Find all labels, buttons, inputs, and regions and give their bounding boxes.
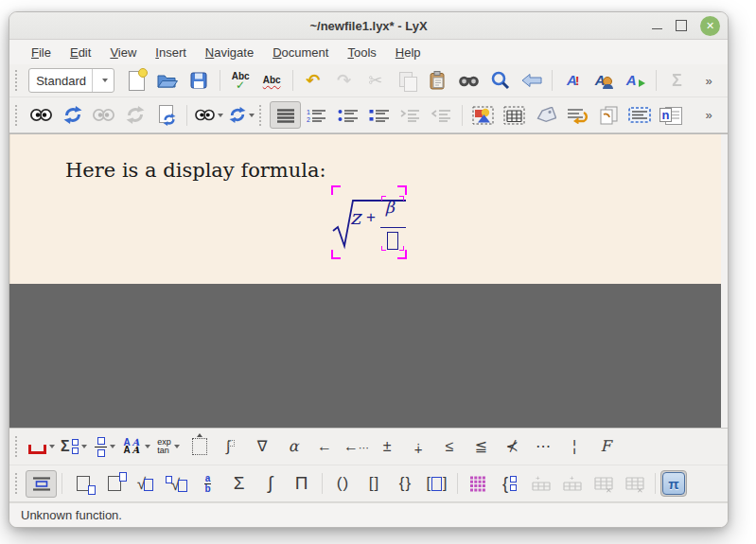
dots-panel-button[interactable]: ⋯ bbox=[528, 433, 559, 461]
insert-delimiters-button[interactable]: [] bbox=[421, 470, 452, 498]
document-page[interactable]: Here is a display formula: z + β bbox=[9, 134, 721, 284]
math-panel-toggle-button[interactable]: π bbox=[660, 470, 687, 497]
find-replace-button[interactable] bbox=[453, 67, 484, 95]
insert-parentheses-button[interactable]: () bbox=[327, 470, 359, 498]
redo-button[interactable]: ↷ bbox=[328, 67, 360, 95]
insert-root-button[interactable]: √ bbox=[161, 470, 192, 498]
fractions-dropdown[interactable] bbox=[90, 433, 121, 461]
undo-button[interactable]: ↶ bbox=[297, 67, 328, 95]
ams-relations-panel-button[interactable]: ≦ bbox=[466, 433, 497, 461]
dashed-arrows-panel-button[interactable]: ←⋯ bbox=[341, 433, 372, 461]
subscript-button[interactable] bbox=[67, 470, 98, 498]
arrows-panel-button[interactable]: ← bbox=[309, 433, 341, 461]
insert-sqrt-button[interactable]: √ bbox=[130, 470, 161, 498]
open-document-button[interactable] bbox=[152, 67, 184, 95]
combobox-dropdown-icon[interactable] bbox=[92, 69, 114, 92]
add-column-button[interactable]: + bbox=[556, 470, 588, 498]
binary-operators-panel-button[interactable]: ± bbox=[372, 433, 403, 461]
empty-denominator-box[interactable] bbox=[387, 232, 398, 250]
big-operators-dropdown[interactable]: Σ bbox=[58, 433, 90, 461]
minimize-button[interactable] bbox=[652, 28, 662, 30]
insert-integral-button[interactable]: ∫ bbox=[255, 470, 286, 498]
toolbar-overflow-button[interactable]: » bbox=[693, 67, 724, 95]
new-document-button[interactable] bbox=[121, 67, 152, 95]
paragraph-text[interactable]: Here is a display formula: bbox=[65, 159, 326, 182]
search-button[interactable] bbox=[484, 67, 516, 95]
track-changes-button[interactable]: Abc bbox=[256, 67, 288, 95]
menu-insert[interactable]: Insert bbox=[147, 43, 195, 62]
paragraph-style-combobox[interactable]: Standard bbox=[28, 68, 114, 93]
numbered-list-button[interactable]: 1 2 bbox=[301, 101, 332, 129]
navigate-back-button[interactable] bbox=[516, 67, 547, 95]
update-document-button[interactable] bbox=[150, 101, 182, 129]
add-row-button[interactable]: + bbox=[525, 470, 556, 498]
update-button[interactable] bbox=[57, 101, 88, 129]
operators-panel-button[interactable]: ∇ bbox=[247, 433, 278, 461]
close-button[interactable]: ✕ bbox=[700, 16, 720, 36]
insert-note-button[interactable]: n bbox=[655, 101, 686, 129]
math-functions-dropdown[interactable]: exp tan bbox=[153, 433, 185, 461]
view-other-formats-button[interactable] bbox=[192, 101, 226, 129]
delete-column-button[interactable]: ✕ bbox=[619, 470, 650, 498]
bullet-list-button[interactable] bbox=[332, 101, 363, 129]
copy-button[interactable] bbox=[391, 67, 422, 95]
ams-operators-panel-button[interactable]: ·+ bbox=[403, 433, 434, 461]
insert-fraction-button[interactable]: ab bbox=[192, 470, 223, 498]
insert-cases-button[interactable] bbox=[185, 433, 216, 461]
insert-box-button[interactable] bbox=[624, 101, 655, 129]
maximize-button[interactable] bbox=[676, 20, 687, 31]
misc-panel-button[interactable]: ¦ bbox=[559, 433, 590, 461]
paste-button[interactable] bbox=[422, 67, 453, 95]
menu-file[interactable]: File bbox=[23, 43, 60, 62]
spellcheck-button[interactable]: Abc✓ bbox=[225, 67, 256, 95]
ams-misc-panel-button[interactable]: F bbox=[590, 433, 622, 461]
relations-panel-button[interactable]: ≤ bbox=[434, 433, 466, 461]
update-master-button[interactable] bbox=[119, 101, 150, 129]
greek-panel-button[interactable]: α bbox=[278, 433, 309, 461]
insert-table-button[interactable] bbox=[499, 101, 530, 129]
insert-cross-reference-button[interactable] bbox=[561, 101, 592, 129]
menu-view[interactable]: View bbox=[101, 43, 145, 62]
increase-depth-button[interactable] bbox=[395, 101, 426, 129]
insert-sum-button[interactable]: Σ bbox=[223, 470, 255, 498]
display-formula-inset[interactable]: z + β bbox=[331, 185, 407, 259]
toolbar-grip[interactable] bbox=[15, 105, 21, 126]
decrease-depth-button[interactable] bbox=[426, 101, 457, 129]
insert-cases-environment-button[interactable]: { bbox=[494, 470, 525, 498]
toolbar-grip[interactable] bbox=[15, 473, 21, 494]
apply-last-style-button[interactable]: A bbox=[620, 67, 651, 95]
paragraph-standard-button[interactable] bbox=[270, 101, 301, 129]
view-button[interactable] bbox=[26, 101, 57, 129]
menu-navigate[interactable]: Navigate bbox=[197, 43, 262, 62]
insert-braces-button[interactable]: {} bbox=[390, 470, 421, 498]
math-fonts-dropdown[interactable]: AA AA bbox=[121, 433, 153, 461]
insert-graphics-button[interactable] bbox=[467, 101, 499, 129]
view-master-button[interactable] bbox=[88, 101, 119, 129]
save-document-button[interactable] bbox=[184, 67, 215, 95]
insert-product-button[interactable]: Π bbox=[286, 470, 317, 498]
labeled-list-button[interactable] bbox=[363, 101, 395, 129]
menu-edit[interactable]: Edit bbox=[62, 43, 99, 62]
menu-document[interactable]: Document bbox=[264, 43, 337, 62]
insert-math-button[interactable]: Σ bbox=[661, 67, 693, 95]
update-other-formats-button[interactable] bbox=[226, 101, 257, 129]
delete-row-button[interactable]: ✕ bbox=[588, 470, 619, 498]
noun-style-button[interactable]: A bbox=[589, 67, 620, 95]
negative-relations-panel-button[interactable]: ⊀ bbox=[497, 433, 528, 461]
toolbar-grip[interactable] bbox=[259, 105, 265, 126]
toggle-display-formula-button[interactable] bbox=[26, 470, 57, 498]
insert-matrix-button[interactable] bbox=[463, 470, 494, 498]
cut-button[interactable]: ✂ bbox=[360, 67, 391, 95]
insert-label-button[interactable] bbox=[530, 101, 561, 129]
menu-tools[interactable]: Tools bbox=[339, 43, 384, 62]
insert-brackets-button[interactable]: [] bbox=[359, 470, 390, 498]
titlebar[interactable]: ~/newfile1.lyx* - LyX ✕ bbox=[9, 12, 728, 40]
toolbar-grip[interactable] bbox=[15, 436, 21, 457]
emphasis-button[interactable]: A! bbox=[557, 67, 589, 95]
integral-limits-button[interactable]: ∫ bbox=[216, 433, 247, 461]
superscript-button[interactable] bbox=[98, 470, 130, 498]
math-delimiters-dropdown[interactable] bbox=[26, 433, 58, 461]
menu-help[interactable]: Help bbox=[387, 43, 430, 62]
insert-citation-button[interactable] bbox=[592, 101, 624, 129]
toolbar-overflow-button[interactable]: » bbox=[693, 101, 724, 129]
